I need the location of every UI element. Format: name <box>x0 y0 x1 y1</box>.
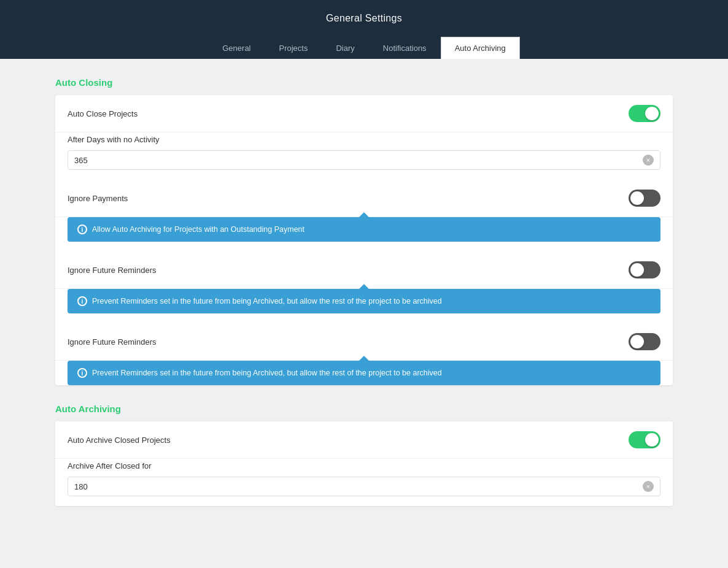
ignore-future-reminders-1-row: Ignore Future Reminders <box>55 251 673 289</box>
info-icon-reminders-1: i <box>77 296 87 306</box>
ignore-payments-track[interactable] <box>629 190 660 207</box>
ignore-future-reminders-1-info-text: Prevent Reminders set in the future from… <box>92 297 442 305</box>
tabs-bar: General Projects Diary Notifications Aut… <box>0 37 728 59</box>
ignore-payments-info-box: i Allow Auto Archiving for Projects with… <box>68 217 660 242</box>
auto-close-projects-row: Auto Close Projects <box>55 95 673 132</box>
ignore-future-reminders-1-info-box: i Prevent Reminders set in the future fr… <box>68 289 660 313</box>
archive-after-clear-button[interactable]: × <box>643 481 654 492</box>
ignore-future-reminders-2-row: Ignore Future Reminders <box>55 323 673 361</box>
ignore-future-reminders-2-label: Ignore Future Reminders <box>68 337 157 347</box>
after-days-input-row: × <box>55 148 673 180</box>
archive-after-label-row: Archive After Closed for <box>55 459 673 474</box>
after-days-input-wrapper: × <box>68 150 660 170</box>
tab-notifications[interactable]: Notifications <box>369 37 441 59</box>
info-icon-payments: i <box>77 225 87 234</box>
auto-archive-closed-label: Auto Archive Closed Projects <box>68 436 171 445</box>
tab-projects[interactable]: Projects <box>265 37 322 59</box>
ignore-future-reminders-1-track[interactable] <box>629 261 660 278</box>
ignore-future-reminders-2-info-text: Prevent Reminders set in the future from… <box>92 369 442 377</box>
auto-close-projects-toggle[interactable] <box>629 105 660 122</box>
ignore-payments-row: Ignore Payments <box>55 180 673 217</box>
auto-archive-closed-thumb <box>645 433 659 447</box>
auto-closing-title: Auto Closing <box>55 77 673 88</box>
tab-diary[interactable]: Diary <box>322 37 368 59</box>
ignore-future-reminders-1-label: Ignore Future Reminders <box>68 266 157 275</box>
info-icon-reminders-2: i <box>77 368 87 378</box>
ignore-future-reminders-1-toggle[interactable] <box>629 261 660 278</box>
ignore-future-reminders-2-thumb <box>630 335 644 348</box>
auto-close-projects-thumb <box>645 107 659 120</box>
after-days-label: After Days with no Activity <box>68 135 660 148</box>
auto-closing-card: Auto Close Projects After Days with no A… <box>55 95 673 385</box>
ignore-future-reminders-1-thumb <box>630 263 644 277</box>
archive-after-input-wrapper: × <box>68 477 660 496</box>
archive-after-input-row: × <box>55 474 673 506</box>
tab-general[interactable]: General <box>208 37 265 59</box>
ignore-payments-thumb <box>630 191 644 205</box>
ignore-future-reminders-2-toggle[interactable] <box>629 333 660 350</box>
auto-archiving-card: Auto Archive Closed Projects Archive Aft… <box>55 421 673 506</box>
ignore-payments-toggle[interactable] <box>629 190 660 207</box>
auto-archiving-title: Auto Archiving <box>55 404 673 414</box>
after-days-clear-button[interactable]: × <box>643 155 654 166</box>
content-area: Auto Closing Auto Close Projects After D… <box>0 59 728 543</box>
after-days-input[interactable] <box>74 156 643 165</box>
auto-archive-closed-track[interactable] <box>629 431 660 448</box>
archive-after-input[interactable] <box>74 482 643 491</box>
ignore-payments-info-text: Allow Auto Archiving for Projects with a… <box>92 225 304 234</box>
page-title: General Settings <box>326 13 402 24</box>
ignore-future-reminders-2-track[interactable] <box>629 333 660 350</box>
tab-auto-archiving[interactable]: Auto Archiving <box>441 37 520 59</box>
auto-close-projects-label: Auto Close Projects <box>68 109 137 118</box>
auto-archive-closed-toggle[interactable] <box>629 431 660 448</box>
auto-close-projects-track[interactable] <box>629 105 660 122</box>
top-bar: General Settings <box>0 0 728 37</box>
archive-after-label: Archive After Closed for <box>68 461 660 474</box>
auto-archive-closed-row: Auto Archive Closed Projects <box>55 421 673 459</box>
ignore-future-reminders-2-info-box: i Prevent Reminders set in the future fr… <box>68 361 660 385</box>
ignore-payments-label: Ignore Payments <box>68 194 128 203</box>
after-days-label-row: After Days with no Activity <box>55 132 673 148</box>
